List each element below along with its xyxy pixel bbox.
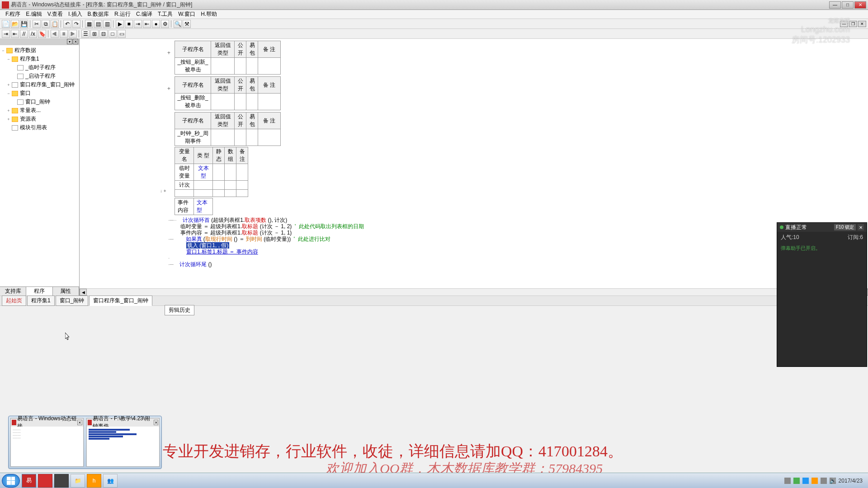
- tool-icon[interactable]: □: [108, 30, 117, 38]
- paste-icon[interactable]: 📋: [51, 20, 59, 28]
- tree-node[interactable]: 模块引用表: [1, 123, 78, 132]
- menu-run[interactable]: R.运行: [112, 9, 133, 19]
- thumb-window-2[interactable]: 易语言 - F:\教学\4.23\闹钟事件... ✕: [86, 418, 160, 467]
- taskbar-clock[interactable]: 2017/4/23: [839, 478, 863, 484]
- tray-icon[interactable]: [784, 478, 791, 484]
- tab-window-alarm[interactable]: 窗口_闹钟: [56, 296, 89, 306]
- tree-node[interactable]: +资源表: [1, 115, 78, 123]
- tree-node[interactable]: −程序集1: [1, 55, 78, 63]
- outline-icon[interactable]: ☰: [81, 30, 90, 38]
- outdent-icon[interactable]: ⇤: [11, 30, 19, 38]
- mdi-restore[interactable]: ❐: [849, 21, 857, 27]
- breakpoint-icon[interactable]: ●: [152, 20, 160, 28]
- debug-icon[interactable]: ⚙: [161, 20, 169, 28]
- sub-table-2[interactable]: 子程序名返回值类型公开易包备 注 _按钮_删除_被单击: [175, 76, 281, 110]
- menu-database[interactable]: B.数据库: [85, 9, 112, 19]
- redo-icon[interactable]: ↷: [72, 20, 80, 28]
- uncomment-icon[interactable]: /x: [29, 30, 37, 38]
- tab-properties[interactable]: 属性: [53, 287, 79, 296]
- tree-root[interactable]: − 程序数据: [1, 46, 78, 55]
- align-center-icon[interactable]: ≡: [60, 30, 68, 38]
- new-file-icon[interactable]: 📄: [2, 20, 10, 28]
- mdi-close[interactable]: ✕: [858, 21, 866, 27]
- code-area[interactable]: ↓ + ·─·· 计次循环首 (超级列表框1.取表项数 (), 计次) 临时变量…: [168, 217, 868, 267]
- menu-view[interactable]: V.查看: [45, 9, 66, 19]
- copy-icon[interactable]: ⧉: [42, 20, 50, 28]
- panel-pin-icon[interactable]: ▾: [67, 39, 72, 44]
- align-left-icon[interactable]: ⫷: [51, 30, 59, 38]
- collapse-icon[interactable]: ⊟: [99, 30, 108, 38]
- menu-insert[interactable]: I.插入: [66, 9, 85, 19]
- step2-icon[interactable]: ⇤: [143, 20, 151, 28]
- comment-icon[interactable]: //: [20, 30, 28, 38]
- tray-icon[interactable]: [802, 478, 809, 484]
- tree-node[interactable]: −窗口: [1, 89, 78, 98]
- tray-icon[interactable]: [793, 478, 800, 484]
- sub-table-3[interactable]: 子程序名返回值类型公开易包备 注 _时钟_秒_周期事件: [175, 112, 281, 146]
- fold-plus-icon[interactable]: +: [167, 85, 170, 92]
- stream-status-panel[interactable]: 直播正常 F10 锁定 ✕ 人气:10 订阅:6 弹幕助手已开启。: [777, 222, 867, 367]
- menu-tools[interactable]: T.工具: [155, 9, 175, 19]
- tray-volume-icon[interactable]: 🔊: [830, 478, 836, 484]
- tree-node[interactable]: _临时子程序: [1, 63, 78, 72]
- tree-node[interactable]: +窗口程序集_窗口_闹钟: [1, 80, 78, 89]
- stream-close-icon[interactable]: ✕: [858, 224, 864, 230]
- align-right-icon[interactable]: ⫸: [69, 30, 77, 38]
- thumb-close-icon[interactable]: ✕: [77, 420, 82, 425]
- menu-compile[interactable]: C.编译: [133, 9, 155, 19]
- taskbar-app-2[interactable]: [38, 474, 52, 488]
- tab-programset1[interactable]: 程序集1: [27, 296, 55, 306]
- bookmark-icon[interactable]: 🔖: [38, 30, 46, 38]
- fold-plus-icon[interactable]: +: [167, 50, 170, 56]
- step-icon[interactable]: ⇥: [134, 20, 142, 28]
- taskbar-app-6[interactable]: 👥: [103, 474, 118, 488]
- tree-node[interactable]: _启动子程序: [1, 72, 78, 80]
- cut-icon[interactable]: ✂: [33, 20, 41, 28]
- compile-icon[interactable]: ⚒: [183, 20, 191, 28]
- layout2-icon[interactable]: ▤: [94, 20, 102, 28]
- find-icon[interactable]: 🔍: [174, 20, 182, 28]
- tab-support-lib[interactable]: 支持库: [0, 287, 26, 296]
- tab-program[interactable]: 程序: [26, 287, 52, 296]
- tray-icon[interactable]: [821, 478, 827, 484]
- start-button[interactable]: [2, 474, 20, 488]
- taskbar-app-3[interactable]: [54, 474, 69, 488]
- tree-node[interactable]: +常量表...: [1, 106, 78, 115]
- thumb-close-icon[interactable]: ✕: [154, 420, 158, 425]
- open-file-icon[interactable]: 📂: [11, 20, 19, 28]
- panel-close-icon[interactable]: ✕: [73, 39, 78, 44]
- tab-windowset-alarm[interactable]: 窗口程序集_窗口_闹钟: [89, 296, 152, 306]
- maximize-button[interactable]: □: [842, 1, 854, 9]
- menu-help[interactable]: H.帮助: [198, 9, 220, 19]
- minimize-button[interactable]: —: [829, 1, 841, 9]
- event-table[interactable]: 事件内容文本型: [175, 198, 213, 215]
- tray-icon[interactable]: [811, 478, 818, 484]
- close-button[interactable]: ✕: [854, 1, 866, 9]
- menu-program[interactable]: F.程序: [3, 9, 23, 19]
- var-table[interactable]: 变量名类 型静态数组备 注 临时变量文本型 计次: [175, 147, 248, 197]
- project-tree[interactable]: − 程序数据 −程序集1_临时子程序_启动子程序+窗口程序集_窗口_闹钟−窗口窗…: [0, 45, 79, 286]
- indent-icon[interactable]: ⇥: [2, 30, 10, 38]
- tool2-icon[interactable]: ▭: [118, 30, 126, 38]
- layout3-icon[interactable]: ▥: [103, 20, 111, 28]
- taskbar-app-5[interactable]: h: [87, 474, 101, 488]
- stop-icon[interactable]: ■: [125, 20, 133, 28]
- taskbar-app-eyuyan[interactable]: 易: [22, 474, 36, 488]
- menu-edit[interactable]: E.编辑: [23, 9, 44, 19]
- undo-icon[interactable]: ↶: [63, 20, 71, 28]
- layout-icon[interactable]: ▦: [85, 20, 93, 28]
- menu-window[interactable]: W.窗口: [175, 9, 198, 19]
- mdi-minimize[interactable]: —: [840, 21, 848, 27]
- code-editor[interactable]: + 子程序名返回值类型公开易包备 注 _按钮_刷新_被单击 + 子程序名返回值类…: [80, 39, 868, 296]
- scroll-left-icon[interactable]: ◀: [80, 289, 87, 296]
- tab-clipboard-history[interactable]: 剪辑历史: [165, 305, 194, 315]
- tab-start-page[interactable]: 起始页: [2, 296, 26, 306]
- taskbar-app-explorer[interactable]: 📁: [71, 474, 85, 488]
- horizontal-scrollbar[interactable]: ◀ ▶: [80, 288, 868, 296]
- tree-node[interactable]: 窗口_闹钟: [1, 98, 78, 106]
- taskbar-thumbnails[interactable]: 易语言 - Windows动态链接... ✕ ─────────────────…: [8, 416, 162, 469]
- thumb-window-1[interactable]: 易语言 - Windows动态链接... ✕ ─────────────────…: [10, 418, 84, 467]
- run-icon[interactable]: ▶: [116, 20, 124, 28]
- expand-icon[interactable]: ⊞: [90, 30, 99, 38]
- save-icon[interactable]: 💾: [20, 20, 28, 28]
